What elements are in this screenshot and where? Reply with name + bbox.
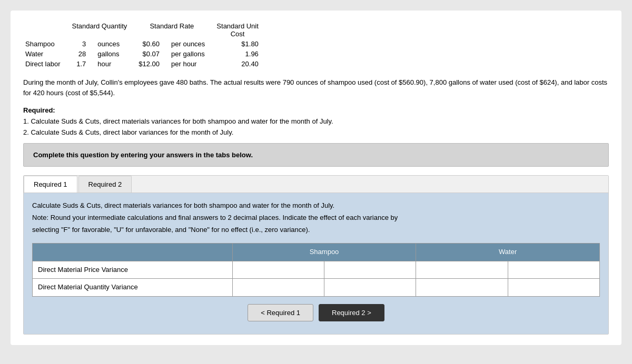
row-label-shampoo: Shampoo <box>23 39 70 49</box>
qty-variance-label: Direct Material Quantity Variance <box>33 279 233 297</box>
tab-required2[interactable]: Required 2 <box>78 176 132 193</box>
question-box: Complete this question by entering your … <box>23 143 609 167</box>
water-price-variance-input[interactable] <box>421 265 463 275</box>
col-empty-header <box>33 243 233 261</box>
water-rate-unit: per gallons <box>169 49 214 59</box>
std-rate-header: Standard Rate <box>136 21 214 39</box>
nav-buttons: < Required 1 Required 2 > <box>32 304 600 327</box>
water-rate: $0.07 <box>136 49 169 59</box>
tab-instruction-line3: selecting "F" for favorable, "U" for unf… <box>32 225 600 236</box>
shampoo-qty-variance-select[interactable] <box>324 279 416 297</box>
main-content: Standard Quantity Standard Rate Standard… <box>11 11 621 345</box>
nav-back-button[interactable]: < Required 1 <box>248 304 313 321</box>
answer-table-wrapper: Shampoo Water Direct Material Price Vari… <box>32 243 600 297</box>
water-cost: 1.96 <box>214 49 268 59</box>
water-price-variance-value[interactable] <box>416 261 508 279</box>
required-section: Required: 1. Calculate Suds & Cuts, dire… <box>23 105 609 138</box>
row-label-water: Water <box>23 49 70 59</box>
shampoo-qty-variance-value[interactable] <box>232 279 324 297</box>
tab-content-required1: Calculate Suds & Cuts, direct materials … <box>24 193 608 334</box>
shampoo-price-variance-effect[interactable] <box>330 265 372 275</box>
shampoo-rate: $0.60 <box>136 39 169 49</box>
shampoo-qty-variance-effect[interactable] <box>330 282 372 292</box>
shampoo-price-variance-input[interactable] <box>238 265 280 275</box>
labor-rate-unit: per hour <box>169 59 214 69</box>
scenario-paragraph: During the month of July, Collin's emplo… <box>23 77 609 98</box>
tabs-container: Required 1 Required 2 Calculate Suds & C… <box>23 175 609 335</box>
col-shampoo-header: Shampoo <box>232 243 416 261</box>
nav-forward-button[interactable]: Required 2 > <box>319 304 384 321</box>
shampoo-price-variance-value[interactable] <box>232 261 324 279</box>
tabs-header: Required 1 Required 2 <box>24 176 608 193</box>
labor-rate: $12.00 <box>136 59 169 69</box>
tab-instruction-line2: Note: Round your intermediate calculatio… <box>32 213 600 224</box>
std-cost-header: Standard UnitCost <box>214 21 268 39</box>
shampoo-rate-unit: per ounces <box>169 39 214 49</box>
shampoo-unit: ounces <box>95 39 136 49</box>
water-price-variance-effect[interactable] <box>514 265 556 275</box>
tab-instruction-line1: Calculate Suds & Cuts, direct materials … <box>32 200 600 211</box>
standards-table: Standard Quantity Standard Rate Standard… <box>23 21 268 69</box>
shampoo-price-variance-select[interactable] <box>324 261 416 279</box>
shampoo-qty: 3 <box>70 39 95 49</box>
water-price-variance-select[interactable] <box>508 261 599 279</box>
labor-qty: 1.7 <box>70 59 95 69</box>
row-label-labor: Direct labor <box>23 59 70 69</box>
col-water-header: Water <box>416 243 600 261</box>
water-qty-variance-value[interactable] <box>416 279 508 297</box>
table-row: Direct Material Price Variance <box>33 261 600 279</box>
req1-text: 1. Calculate Suds & Cuts, direct materia… <box>23 117 333 125</box>
tab-required1[interactable]: Required 1 <box>24 176 77 193</box>
labor-unit: hour <box>95 59 136 69</box>
shampoo-cost: $1.80 <box>214 39 268 49</box>
std-qty-header: Standard Quantity <box>70 21 136 39</box>
answer-table: Shampoo Water Direct Material Price Vari… <box>32 243 600 297</box>
water-qty: 28 <box>70 49 95 59</box>
labor-cost: 20.40 <box>214 59 268 69</box>
water-qty-variance-input[interactable] <box>421 282 463 292</box>
required-title: Required: <box>23 106 55 114</box>
price-variance-label: Direct Material Price Variance <box>33 261 233 279</box>
water-qty-variance-select[interactable] <box>508 279 599 297</box>
table-row: Direct Material Quantity Variance <box>33 279 600 297</box>
req2-text: 2. Calculate Suds & Cuts, direct labor v… <box>23 128 233 136</box>
shampoo-qty-variance-input[interactable] <box>238 282 280 292</box>
water-qty-variance-effect[interactable] <box>514 282 556 292</box>
question-box-text: Complete this question by entering your … <box>33 151 599 159</box>
water-unit: gallons <box>95 49 136 59</box>
